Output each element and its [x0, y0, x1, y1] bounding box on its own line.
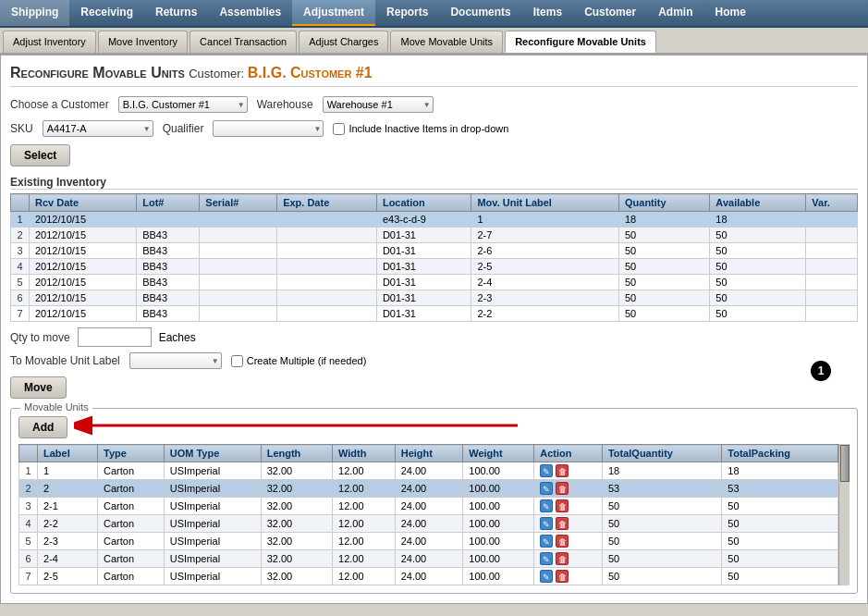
sku-qualifier-row: SKU A4417-A Qualifier Include Inactive I… [10, 120, 858, 137]
mu-uom-type-cell: USImperial [164, 515, 261, 533]
subnav-adjust-charges[interactable]: Adjust Charges [299, 31, 388, 53]
existing-inventory-row[interactable]: 1 2012/10/15 e43-c-d-9 1 18 18 [11, 212, 858, 228]
movable-units-row[interactable]: 4 2-2 Carton USImperial 32.00 12.00 24.0… [19, 515, 838, 533]
mu-height-cell: 24.00 [395, 568, 463, 585]
customer-select-wrapper: B.I.G. Customer #1 [118, 96, 248, 113]
mu-row-num: 7 [19, 568, 38, 585]
mu-action-cell: ✎ 🗑 [534, 515, 603, 533]
sku-select[interactable]: A4417-A [43, 120, 153, 137]
mu-width-cell: 12.00 [333, 515, 396, 533]
top-navigation: Shipping Receiving Returns Assemblies Ad… [0, 0, 868, 28]
nav-admin[interactable]: Admin [647, 0, 703, 26]
warehouse-select[interactable]: Warehouse #1 [323, 96, 434, 113]
rcv-date-cell: 2012/10/15 [30, 290, 137, 306]
movable-units-row[interactable]: 1 1 Carton USImperial 32.00 12.00 24.00 … [19, 462, 838, 480]
qualifier-select[interactable] [213, 120, 324, 137]
available-cell: 50 [710, 290, 806, 306]
mu-width-cell: 12.00 [333, 533, 396, 550]
delete-icon[interactable]: 🗑 [556, 535, 568, 548]
edit-icon[interactable]: ✎ [540, 499, 553, 512]
mov-unit-cell: 2-6 [471, 243, 619, 259]
mu-length-cell: 32.00 [261, 568, 332, 585]
quantity-cell: 50 [619, 228, 710, 243]
inactive-checkbox[interactable] [333, 123, 345, 135]
move-button[interactable]: Move [10, 376, 67, 399]
nav-returns[interactable]: Returns [144, 0, 208, 26]
qty-move-label: Qty to move [10, 331, 70, 344]
subnav-move-inventory[interactable]: Move Inventory [98, 31, 188, 53]
existing-inventory-row[interactable]: 2 2012/10/15 BB43 D01-31 2-7 50 50 [11, 228, 858, 243]
quantity-cell: 50 [619, 259, 710, 275]
movable-unit-select-wrapper [129, 352, 222, 369]
nav-documents[interactable]: Documents [439, 0, 521, 26]
existing-inventory-row[interactable]: 7 2012/10/15 BB43 D01-31 2-2 50 50 [11, 306, 858, 322]
select-button[interactable]: Select [10, 144, 70, 166]
quantity-cell: 50 [619, 243, 710, 259]
mov-unit-cell: 2-4 [471, 275, 619, 290]
delete-icon[interactable]: 🗑 [556, 482, 568, 495]
inactive-checkbox-label[interactable]: Include Inactive Items in drop-down [333, 123, 508, 135]
customer-select[interactable]: B.I.G. Customer #1 [118, 96, 248, 113]
edit-icon[interactable]: ✎ [540, 482, 553, 495]
delete-icon[interactable]: 🗑 [556, 499, 568, 512]
mu-height-cell: 24.00 [395, 498, 463, 515]
serial-cell [200, 243, 277, 259]
var-cell [806, 259, 858, 275]
add-button[interactable]: Add [18, 416, 67, 438]
delete-icon[interactable]: 🗑 [556, 552, 568, 565]
movable-units-row[interactable]: 2 2 Carton USImperial 32.00 12.00 24.00 … [19, 480, 838, 498]
nav-items[interactable]: Items [522, 0, 573, 26]
existing-inventory-row[interactable]: 4 2012/10/15 BB43 D01-31 2-5 50 50 [11, 259, 858, 275]
mu-action-cell: ✎ 🗑 [534, 480, 603, 498]
scrollbar-track[interactable] [838, 444, 850, 585]
existing-inventory-row[interactable]: 5 2012/10/15 BB43 D01-31 2-4 50 50 [11, 275, 858, 290]
create-multiple-label[interactable]: Create Multiple (if needed) [231, 355, 367, 367]
movable-units-row[interactable]: 7 2-5 Carton USImperial 32.00 12.00 24.0… [19, 568, 838, 585]
nav-home[interactable]: Home [703, 0, 756, 26]
mu-uom-type-cell: USImperial [164, 533, 261, 550]
exp-date-cell [277, 212, 377, 228]
mu-type-cell: Carton [98, 568, 165, 585]
mu-width-cell: 12.00 [333, 550, 396, 568]
movable-units-row[interactable]: 6 2-4 Carton USImperial 32.00 12.00 24.0… [19, 550, 838, 568]
subnav-reconfigure-movable-units[interactable]: Reconfigure Movable Units [505, 31, 656, 53]
col-num [11, 194, 30, 212]
delete-icon[interactable]: 🗑 [556, 517, 568, 530]
nav-adjustment[interactable]: Adjustment [292, 0, 375, 26]
qty-move-input[interactable] [78, 327, 152, 347]
serial-cell [200, 259, 277, 275]
movable-unit-select[interactable] [129, 352, 222, 369]
subnav-move-movable-units[interactable]: Move Movable Units [390, 31, 503, 53]
create-multiple-checkbox[interactable] [231, 355, 243, 367]
delete-icon[interactable]: 🗑 [556, 464, 568, 477]
subnav-cancel-transaction[interactable]: Cancel Transaction [189, 31, 297, 53]
edit-icon[interactable]: ✎ [540, 570, 553, 583]
nav-assemblies[interactable]: Assemblies [208, 0, 292, 26]
mu-label-cell: 2-4 [38, 550, 98, 568]
customer-warehouse-row: Choose a Customer B.I.G. Customer #1 War… [10, 96, 858, 113]
nav-customer[interactable]: Customer [573, 0, 647, 26]
edit-icon[interactable]: ✎ [540, 517, 553, 530]
scrollbar-thumb[interactable] [840, 445, 850, 482]
col-exp-date: Exp. Date [277, 194, 377, 212]
movable-units-row[interactable]: 5 2-3 Carton USImperial 32.00 12.00 24.0… [19, 533, 838, 550]
subnav-adjust-inventory[interactable]: Adjust Inventory [3, 31, 96, 53]
rcv-date-cell: 2012/10/15 [30, 212, 137, 228]
available-cell: 50 [710, 306, 806, 322]
mu-total-qty-cell: 50 [602, 568, 721, 585]
mu-uom-type-cell: USImperial [164, 480, 261, 498]
annotation-circle-1: 1 [811, 361, 831, 381]
nav-reports[interactable]: Reports [375, 0, 439, 26]
existing-inventory-row[interactable]: 6 2012/10/15 BB43 D01-31 2-3 50 50 [11, 290, 858, 306]
nav-shipping[interactable]: Shipping [0, 0, 69, 26]
mu-type-cell: Carton [98, 480, 165, 498]
edit-icon[interactable]: ✎ [540, 464, 553, 477]
existing-inventory-row[interactable]: 3 2012/10/15 BB43 D01-31 2-6 50 50 [11, 243, 858, 259]
edit-icon[interactable]: ✎ [540, 552, 553, 565]
mu-action-cell: ✎ 🗑 [534, 568, 603, 585]
lot-cell: BB43 [137, 228, 200, 243]
delete-icon[interactable]: 🗑 [556, 570, 568, 583]
nav-receiving[interactable]: Receiving [69, 0, 144, 26]
edit-icon[interactable]: ✎ [540, 535, 553, 548]
movable-units-row[interactable]: 3 2-1 Carton USImperial 32.00 12.00 24.0… [19, 498, 838, 515]
